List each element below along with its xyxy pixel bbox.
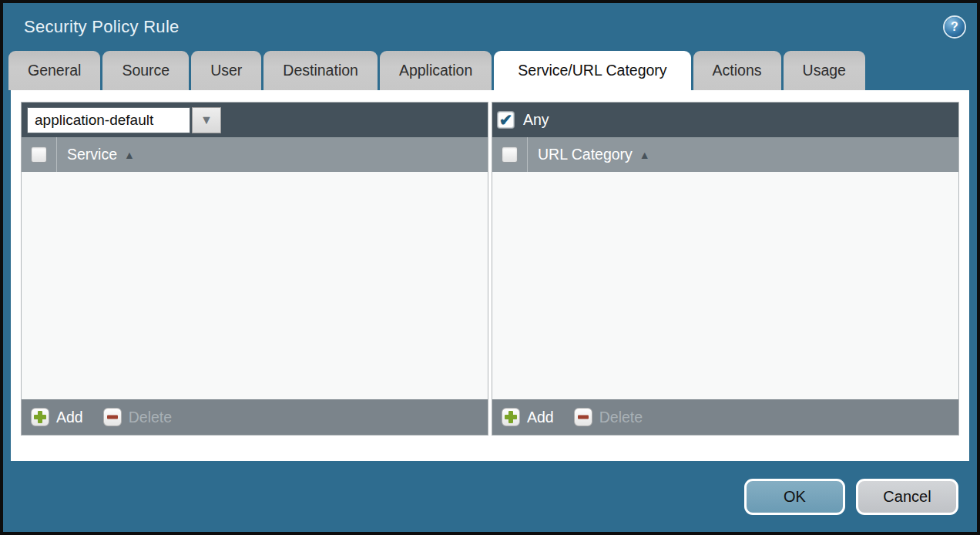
delete-button-label: Delete — [599, 409, 643, 426]
url-category-delete-button[interactable]: Delete — [574, 408, 643, 426]
url-category-column-header-row: URL Category ▲ — [492, 137, 958, 172]
service-column-header-row: Service ▲ — [22, 137, 488, 172]
delete-button-label: Delete — [129, 409, 172, 426]
tab-user[interactable]: User — [191, 51, 261, 90]
any-checkbox[interactable]: ✔ — [498, 112, 514, 128]
service-type-input[interactable] — [27, 107, 190, 133]
dialog-title: Security Policy Rule — [24, 17, 180, 37]
any-checkbox-label[interactable]: Any — [523, 111, 549, 129]
service-select-all-cell — [22, 137, 57, 172]
tab-destination[interactable]: Destination — [263, 51, 378, 90]
service-type-dropdown-button[interactable]: ▼ — [192, 107, 221, 133]
help-icon[interactable]: ? — [945, 17, 965, 37]
tab-application[interactable]: Application — [380, 51, 492, 90]
service-add-button[interactable]: Add — [31, 408, 83, 426]
url-category-panel: ✔ Any URL Category ▲ Add — [492, 102, 959, 436]
url-category-list[interactable] — [492, 172, 958, 399]
cancel-button[interactable]: Cancel — [856, 479, 958, 515]
service-panel: ▼ Service ▲ Add — [21, 102, 488, 436]
service-footer: Add Delete — [22, 399, 488, 435]
service-type-select: ▼ — [27, 107, 221, 133]
url-category-footer: Add Delete — [492, 399, 958, 435]
sort-ascending-icon[interactable]: ▲ — [639, 149, 650, 161]
titlebar: Security Policy Rule ? — [3, 3, 977, 51]
dialog-button-row: OK Cancel — [3, 461, 977, 532]
url-category-select-all-cell — [492, 137, 528, 172]
add-button-label: Add — [56, 409, 83, 426]
ok-button[interactable]: OK — [744, 479, 845, 515]
minus-icon — [574, 408, 592, 426]
tab-service-url-category[interactable]: Service/URL Category — [494, 51, 690, 90]
service-list[interactable] — [22, 172, 488, 399]
security-policy-rule-dialog: Security Policy Rule ? General Source Us… — [0, 0, 980, 535]
url-category-select-all-checkbox[interactable] — [502, 146, 518, 163]
service-column-label[interactable]: Service — [67, 146, 117, 163]
minus-icon — [103, 408, 122, 426]
tab-content: ▼ Service ▲ Add — [11, 90, 969, 461]
plus-icon — [502, 408, 520, 426]
tab-usage[interactable]: Usage — [784, 51, 865, 90]
panels-container: ▼ Service ▲ Add — [21, 102, 959, 436]
tab-actions[interactable]: Actions — [693, 51, 781, 90]
plus-icon — [31, 408, 49, 426]
service-delete-button[interactable]: Delete — [103, 408, 172, 426]
tab-bar: General Source User Destination Applicat… — [3, 51, 977, 90]
tab-general[interactable]: General — [8, 51, 100, 90]
url-category-add-button[interactable]: Add — [502, 408, 554, 426]
sort-ascending-icon[interactable]: ▲ — [124, 149, 135, 161]
url-category-column-label[interactable]: URL Category — [538, 146, 633, 163]
add-button-label: Add — [527, 409, 554, 426]
chevron-down-icon: ▼ — [200, 113, 213, 127]
service-select-all-checkbox[interactable] — [31, 146, 47, 163]
service-toolbar: ▼ — [22, 103, 488, 137]
tab-source[interactable]: Source — [102, 51, 189, 90]
url-category-toolbar: ✔ Any — [492, 103, 958, 137]
